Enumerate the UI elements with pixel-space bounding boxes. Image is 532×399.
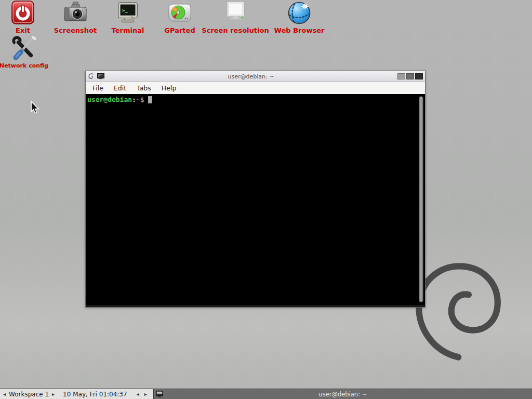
svg-text:>_: >_ — [122, 7, 128, 13]
menu-tabs[interactable]: Tabs — [131, 83, 156, 93]
taskbar: ◂ Workspace 1 ▸ 10 May, Fri 01:04:37 ◂ ▸… — [0, 389, 532, 399]
crt-terminal-icon: >_ — [116, 0, 140, 25]
taskbar-left-section: ◂ Workspace 1 ▸ 10 May, Fri 01:04:37 ◂ ▸ — [0, 389, 153, 399]
close-button[interactable] — [415, 73, 423, 79]
tasklist-right-arrow[interactable]: ▸ — [144, 392, 147, 397]
desktop-icon-web-browser[interactable]: Web Browser — [268, 0, 330, 34]
harddisk-partition-icon — [167, 0, 192, 25]
desktop-icon-network-config[interactable]: Network config — [0, 34, 55, 69]
workspace-next-arrow[interactable]: ▸ — [52, 392, 55, 397]
exit-power-icon — [11, 0, 35, 25]
terminal-scrollbar[interactable] — [419, 96, 423, 302]
prompt-line: user@debian:~$ — [87, 96, 152, 103]
maximize-button[interactable] — [406, 73, 414, 79]
monitor-icon — [223, 0, 248, 25]
terminal-mini-icon — [97, 73, 104, 79]
debian-swirl-icon — [88, 73, 95, 80]
window-titlebar[interactable]: user@debian: ~ — [86, 71, 425, 82]
tools-icon — [11, 34, 37, 61]
icon-label: Exit — [16, 26, 30, 34]
terminal-output-area[interactable]: user@debian:~$ — [86, 94, 425, 307]
icon-label: Terminal — [112, 26, 144, 34]
globe-browser-icon — [287, 0, 312, 25]
icon-label: Network config — [0, 62, 48, 69]
taskbar-window-button[interactable]: user@debian: ~ — [153, 389, 532, 399]
icon-label: GParted — [164, 26, 195, 34]
icon-label: Screen resolution — [202, 26, 269, 34]
minimize-button[interactable] — [397, 73, 405, 79]
prompt-user-host: user@debian — [87, 96, 132, 103]
clock: 10 May, Fri 01:04:37 — [63, 391, 127, 398]
tasklist-left-arrow[interactable]: ◂ — [137, 392, 139, 397]
terminal-window: user@debian: ~ File Edit Tabs Help user@… — [85, 71, 425, 308]
prompt-colon: : — [132, 96, 136, 103]
taskbar-window-label: user@debian: ~ — [154, 391, 532, 398]
desktop-icon-screen-resolution[interactable]: Screen resolution — [199, 0, 272, 34]
debian-swirl-watermark — [411, 259, 509, 367]
window-title: user@debian: ~ — [104, 73, 397, 80]
menu-bar: File Edit Tabs Help — [86, 82, 425, 94]
menu-help[interactable]: Help — [156, 83, 182, 93]
prompt-dollar: $ — [140, 96, 144, 103]
terminal-cursor — [148, 96, 152, 103]
workspace-prev-arrow[interactable]: ◂ — [3, 392, 6, 397]
prompt-path: ~ — [136, 96, 140, 103]
mouse-cursor — [30, 101, 40, 114]
desktop: { "desktop": { "icons": [ { "id": "exit"… — [0, 0, 532, 399]
workspace-switcher[interactable]: Workspace 1 — [9, 391, 49, 398]
menu-edit[interactable]: Edit — [109, 83, 131, 93]
icon-label: Web Browser — [274, 26, 325, 34]
menu-file[interactable]: File — [87, 83, 109, 93]
camera-icon — [63, 0, 88, 25]
icon-label: Screenshot — [54, 26, 97, 34]
